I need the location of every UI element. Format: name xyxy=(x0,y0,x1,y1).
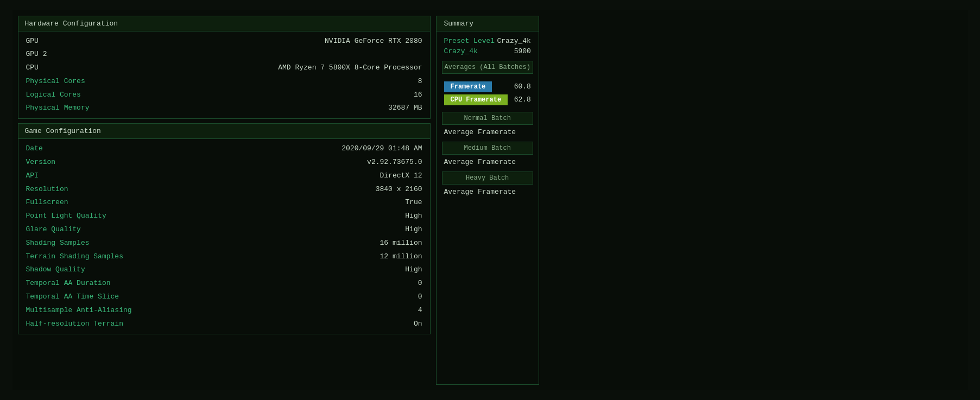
heavy-batch-label: Heavy Batch xyxy=(466,174,509,182)
game-row-value: High xyxy=(405,224,422,236)
hardware-section: Hardware Configuration GPUNVIDIA GeForce… xyxy=(18,16,431,119)
game-row: Terrain Shading Samples12 million xyxy=(18,250,430,264)
framerate-box: Framerate xyxy=(444,81,492,92)
hardware-row-value: 16 xyxy=(414,90,422,101)
game-row-value: 3840 x 2160 xyxy=(376,184,422,195)
game-row-label: Glare Quality xyxy=(26,224,81,236)
hardware-row: GPU 2 xyxy=(18,48,430,61)
game-row: Date2020/09/29 01:48 AM xyxy=(18,142,430,156)
game-row-label: Temporal AA Duration xyxy=(26,278,111,289)
hardware-row: GPUNVIDIA GeForce RTX 2080 xyxy=(18,35,430,48)
game-row-value: 0 xyxy=(418,278,422,289)
game-row-value: 2020/09/29 01:48 AM xyxy=(342,143,422,155)
summary-content: Preset Level Crazy_4k Crazy_4k 5900 Aver… xyxy=(437,31,539,384)
normal-batch-label: Normal Batch xyxy=(464,115,511,122)
hardware-row-label: CPU xyxy=(26,62,39,74)
game-row-value: High xyxy=(405,264,422,276)
normal-avg-row: Average Framerate xyxy=(437,126,539,138)
medium-batch-bar: Medium Batch xyxy=(442,142,533,155)
hardware-row-label: Physical Cores xyxy=(26,76,85,87)
game-row: Multisample Anti-Aliasing4 xyxy=(18,304,430,318)
summary-title: Summary xyxy=(437,16,539,31)
game-row-value: 16 million xyxy=(380,238,422,249)
cpu-framerate-value: 62.8 xyxy=(514,96,531,104)
heavy-avg-row: Average Framerate xyxy=(437,186,539,198)
medium-batch-label: Medium Batch xyxy=(464,144,511,152)
averages-bar: Averages (All Batches) xyxy=(442,61,533,74)
game-row-value: 4 xyxy=(418,305,422,316)
game-row-value: True xyxy=(405,197,422,208)
game-row-label: Fullscreen xyxy=(26,197,68,208)
game-row-label: Half-resolution Terrain xyxy=(26,319,123,330)
hardware-row-value: NVIDIA GeForce RTX 2080 xyxy=(325,36,422,47)
heavy-avg-label: Average Framerate xyxy=(444,188,516,196)
normal-avg-label: Average Framerate xyxy=(444,128,516,136)
preset2-value: 5900 xyxy=(514,47,531,55)
summary-panel: Summary Preset Level Crazy_4k Crazy_4k 5… xyxy=(436,16,539,385)
preset-level-value: Crazy_4k xyxy=(497,37,531,45)
heavy-batch-bar: Heavy Batch xyxy=(442,172,533,185)
framerate-legend-item: Framerate xyxy=(444,81,492,92)
hardware-row-label: Logical Cores xyxy=(26,90,81,101)
hardware-row-label: GPU xyxy=(26,36,39,47)
framerate-value: 60.8 xyxy=(514,82,531,91)
hardware-row-value: 32687 MB xyxy=(388,103,422,114)
hardware-content: GPUNVIDIA GeForce RTX 2080GPU 2CPUAMD Ry… xyxy=(18,31,430,119)
hardware-row-label: Physical Memory xyxy=(26,103,90,114)
game-row-label: API xyxy=(26,170,39,182)
game-row-label: Date xyxy=(26,143,43,155)
hardware-row: Logical Cores16 xyxy=(18,88,430,102)
game-row: Half-resolution TerrainOn xyxy=(18,318,430,331)
game-row-label: Multisample Anti-Aliasing xyxy=(26,305,132,316)
hardware-row: CPUAMD Ryzen 7 5800X 8-Core Processor xyxy=(18,61,430,75)
preset-level-row: Preset Level Crazy_4k xyxy=(437,36,539,46)
preset2-label: Crazy_4k xyxy=(444,47,478,55)
game-row: Shading Samples16 million xyxy=(18,237,430,250)
game-row-value: High xyxy=(405,211,422,222)
hardware-row: Physical Memory32687 MB xyxy=(18,101,430,115)
preset-level-label: Preset Level xyxy=(444,37,495,45)
hardware-row-value: AMD Ryzen 7 5800X 8-Core Processor xyxy=(278,62,422,74)
game-row: Resolution3840 x 2160 xyxy=(18,183,430,196)
hardware-row-label: GPU 2 xyxy=(26,49,47,60)
hardware-row: Physical Cores8 xyxy=(18,75,430,88)
game-row-label: Shading Samples xyxy=(26,238,90,249)
game-row-value: 0 xyxy=(418,291,422,303)
game-row-label: Terrain Shading Samples xyxy=(26,251,123,263)
game-row: Versionv2.92.73675.0 xyxy=(18,156,430,169)
preset2-row: Crazy_4k 5900 xyxy=(437,46,539,56)
game-row-label: Version xyxy=(26,157,56,168)
game-row: Temporal AA Time Slice0 xyxy=(18,290,430,304)
game-row-value: On xyxy=(414,319,422,330)
game-row: FullscreenTrue xyxy=(18,196,430,209)
game-row-label: Shadow Quality xyxy=(26,264,85,276)
averages-label: Averages (All Batches) xyxy=(445,64,530,71)
game-row-label: Temporal AA Time Slice xyxy=(26,291,119,303)
cpu-framerate-legend-item: CPU Framerate xyxy=(444,94,508,105)
game-section: Game Configuration Date2020/09/29 01:48 … xyxy=(18,123,431,334)
game-row: Shadow QualityHigh xyxy=(18,263,430,277)
medium-avg-label: Average Framerate xyxy=(444,158,516,166)
game-row: Glare QualityHigh xyxy=(18,223,430,237)
hardware-title: Hardware Configuration xyxy=(18,16,430,31)
cpu-framerate-box: CPU Framerate xyxy=(444,94,508,105)
framerate-section: Framerate 60.8 CPU Framerate 62.8 xyxy=(437,78,539,109)
game-row-value: v2.92.73675.0 xyxy=(367,157,422,168)
hardware-row-value: 8 xyxy=(418,76,422,87)
game-row-value: DirectX 12 xyxy=(380,170,422,182)
game-row: Point Light QualityHigh xyxy=(18,209,430,223)
game-row-label: Point Light Quality xyxy=(26,211,106,222)
game-row: APIDirectX 12 xyxy=(18,169,430,183)
game-row-value: 12 million xyxy=(380,251,422,263)
normal-batch-bar: Normal Batch xyxy=(442,112,533,125)
game-row: Temporal AA Duration0 xyxy=(18,277,430,290)
medium-avg-row: Average Framerate xyxy=(437,156,539,168)
game-content: Date2020/09/29 01:48 AMVersionv2.92.7367… xyxy=(18,139,430,334)
game-row-label: Resolution xyxy=(26,184,68,195)
game-title: Game Configuration xyxy=(18,124,430,139)
